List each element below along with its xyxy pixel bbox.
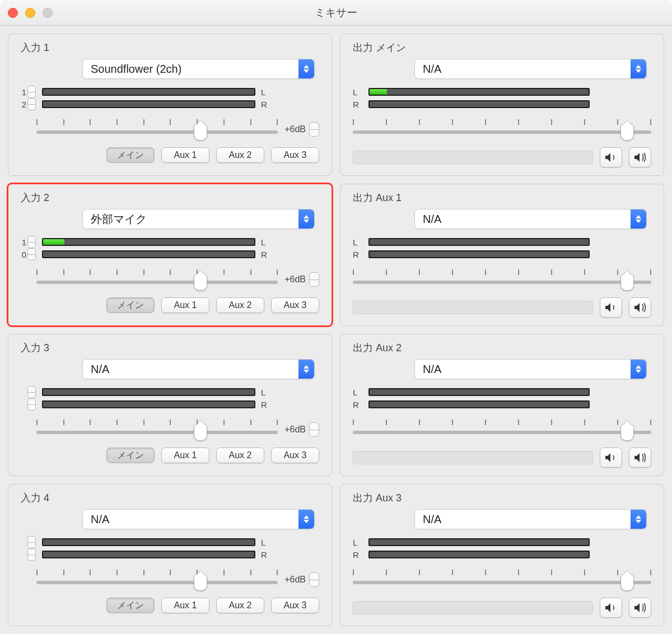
channel-stepper[interactable] [21,398,36,411]
output-balance-bar[interactable] [353,151,593,164]
output-device-label: N/A [415,513,631,526]
channel-stepper[interactable] [21,386,36,398]
chevron-updown-icon [631,510,646,529]
bus-aux3-button[interactable]: Aux 3 [271,297,319,313]
stepper-arrows-icon [27,236,36,248]
bus-main-button[interactable]: メイン [106,598,155,613]
window-close-button[interactable] [8,8,18,18]
chevron-updown-icon [631,360,646,379]
window-title: ミキサー [0,6,672,20]
level-meter [42,100,255,108]
volume-slider[interactable] [353,269,651,290]
input-title: 入力 1 [21,41,319,54]
channel-stepper[interactable]: 1 [21,86,36,98]
level-meter [42,551,255,558]
output-device-select[interactable]: N/A [414,59,647,79]
output-device-select[interactable]: N/A [414,359,647,379]
level-meter [368,238,590,246]
input-device-label: N/A [83,363,298,376]
bus-main-button[interactable]: メイン [106,297,155,313]
level-meter [42,238,255,246]
gain-slider[interactable] [36,269,278,290]
stepper-arrows-icon [27,398,36,411]
level-meter [42,400,255,408]
input-card-2: 入力 2 外部マイク 1 L 0 [8,184,332,326]
db-stepper[interactable] [309,422,319,437]
output-card-4: 出力 Aux 3 N/A L R [340,484,664,626]
stepper-arrows-icon [27,248,36,260]
output-card-1: 出力 メイン N/A L R [340,34,664,176]
output-balance-bar[interactable] [353,451,593,464]
output-title: 出力 Aux 1 [353,191,651,204]
gain-slider[interactable] [36,119,278,139]
output-device-label: N/A [415,213,631,226]
level-meter [368,250,590,258]
volume-slider[interactable] [353,119,651,139]
bus-main-button[interactable]: メイン [106,147,155,163]
db-stepper[interactable] [309,272,319,287]
output-device-label: N/A [415,363,631,376]
chevron-updown-icon [298,510,314,529]
level-meter [42,388,255,396]
bus-aux1-button[interactable]: Aux 1 [161,297,209,313]
stepper-arrows-icon [27,98,36,110]
bus-aux2-button[interactable]: Aux 2 [216,297,264,313]
speaker-low-button[interactable] [600,297,622,318]
volume-slider[interactable] [353,570,651,590]
speaker-high-button[interactable] [629,297,651,318]
output-device-select[interactable]: N/A [414,209,647,229]
bus-aux2-button[interactable]: Aux 2 [216,448,264,463]
input-title: 入力 3 [21,341,319,355]
speaker-low-button[interactable] [600,147,622,167]
speaker-high-button[interactable] [629,448,651,468]
input-device-select[interactable]: N/A [82,509,315,529]
input-device-label: Soundflower (2ch) [83,63,298,76]
channel-stepper[interactable]: 0 [21,248,36,260]
bus-aux2-button[interactable]: Aux 2 [216,147,264,163]
speaker-low-button[interactable] [600,448,622,468]
output-device-select[interactable]: N/A [414,509,647,529]
level-meter [42,250,255,258]
gain-slider[interactable] [36,570,278,590]
bus-aux1-button[interactable]: Aux 1 [161,598,209,613]
volume-slider[interactable] [353,420,651,440]
chevron-updown-icon [631,59,646,78]
speaker-high-button[interactable] [629,147,651,167]
chevron-updown-icon [631,209,646,229]
input-device-select[interactable]: N/A [82,359,315,379]
db-stepper[interactable] [309,122,319,137]
bus-aux1-button[interactable]: Aux 1 [161,147,209,163]
speaker-low-button[interactable] [600,598,622,618]
bus-aux1-button[interactable]: Aux 1 [161,448,209,463]
db-label: +6dB [284,575,306,585]
channel-stepper[interactable] [21,536,36,548]
db-stepper[interactable] [309,572,319,587]
bus-aux2-button[interactable]: Aux 2 [216,598,264,613]
speaker-high-button[interactable] [629,598,651,618]
input-device-select[interactable]: 外部マイク [82,209,315,229]
channel-stepper[interactable]: 2 [21,98,36,110]
chevron-updown-icon [298,59,314,78]
output-title: 出力 メイン [353,41,651,54]
channel-stepper[interactable]: 1 [21,236,36,248]
level-meter [42,538,255,546]
bus-aux3-button[interactable]: Aux 3 [271,598,319,613]
level-meter [368,400,590,408]
db-label: +6dB [284,425,306,435]
db-label: +6dB [284,124,306,134]
level-meter [368,100,590,108]
bus-main-button[interactable]: メイン [106,448,155,463]
output-card-2: 出力 Aux 1 N/A L R [340,184,664,326]
output-title: 出力 Aux 2 [353,341,651,355]
channel-stepper[interactable] [21,548,36,561]
bus-aux3-button[interactable]: Aux 3 [271,448,319,463]
output-balance-bar[interactable] [353,601,593,614]
gain-slider[interactable] [36,420,278,440]
titlebar: ミキサー [0,0,672,26]
output-card-3: 出力 Aux 2 N/A L R [340,334,664,476]
input-device-label: 外部マイク [83,212,298,227]
bus-aux3-button[interactable]: Aux 3 [271,147,319,163]
input-device-select[interactable]: Soundflower (2ch) [82,59,315,79]
window-minimize-button[interactable] [25,8,35,18]
output-balance-bar[interactable] [353,301,593,314]
